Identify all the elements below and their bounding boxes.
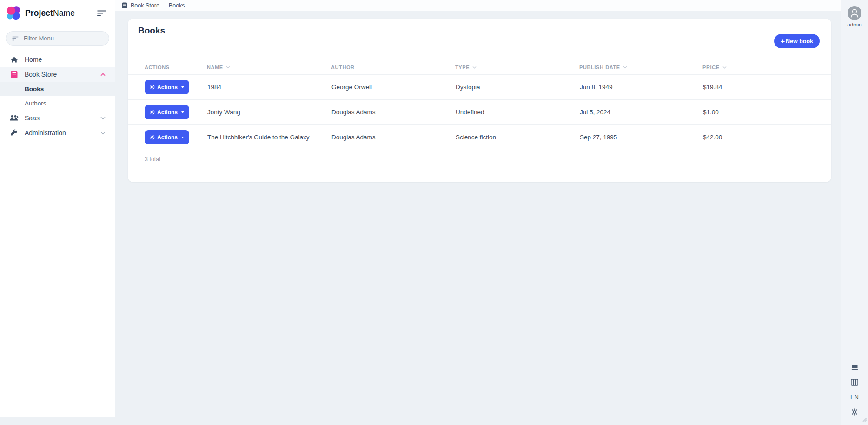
sidebar-item-administration[interactable]: Administration <box>0 125 115 140</box>
gear-icon <box>150 110 155 115</box>
new-book-button[interactable]: + New book <box>774 34 820 48</box>
cell-publish-date: Jul 5, 2024 <box>579 100 702 125</box>
user-menu[interactable]: admin <box>841 6 868 27</box>
resize-grip[interactable] <box>862 416 867 424</box>
gear-icon <box>150 135 155 140</box>
col-header-label: ACTIONS <box>145 65 170 70</box>
filter-menu-input[interactable] <box>23 34 103 42</box>
cell-name: The Hitchhiker's Guide to the Galaxy <box>207 125 331 150</box>
col-header-label: PUBLISH DATE <box>579 65 620 70</box>
sidebar-item-book-store[interactable]: Book Store <box>0 67 115 82</box>
actions-label: Actions <box>157 84 178 91</box>
actions-label: Actions <box>157 134 178 141</box>
table-row: Actions 1984 George Orwell Dystopia Jun … <box>128 75 831 100</box>
cell-actions: Actions <box>128 75 207 100</box>
sidebar-item-label: Authors <box>25 100 46 107</box>
laptop-icon <box>851 364 859 371</box>
chevron-up-icon <box>100 73 106 76</box>
app-root: Book Store Books admin <box>0 0 868 425</box>
gear-icon <box>851 408 858 416</box>
sort-caret-icon <box>226 64 230 70</box>
breadcrumb-item-books[interactable]: Books <box>169 2 185 9</box>
cell-actions: Actions <box>128 125 207 150</box>
layout-button[interactable] <box>851 378 858 386</box>
caret-down-icon <box>181 137 184 138</box>
cell-author: Douglas Adams <box>331 125 455 150</box>
sidebar-item-authors[interactable]: Authors <box>0 96 115 111</box>
app-title-bold: Project <box>25 8 53 18</box>
sidebar-item-books[interactable]: Books <box>0 82 115 96</box>
align-left-icon <box>97 10 106 16</box>
cell-type: Dystopia <box>455 75 579 100</box>
book-icon <box>122 2 127 8</box>
caret-down-icon <box>181 86 184 88</box>
settings-button[interactable] <box>851 408 858 416</box>
sort-caret-icon <box>472 64 477 70</box>
actions-label: Actions <box>157 109 178 116</box>
cell-publish-date: Jun 8, 1949 <box>579 75 702 100</box>
language-button[interactable]: EN <box>850 393 858 401</box>
avatar <box>848 6 861 20</box>
col-header-label: NAME <box>207 65 223 70</box>
cell-type: Science fiction <box>455 125 579 150</box>
sidebar: ProjectName Home <box>0 0 115 417</box>
table-row: Actions The Hitchhiker's Guide to the Ga… <box>128 125 831 150</box>
cell-type: Undefined <box>455 100 579 125</box>
col-header-author: AUTHOR <box>331 61 455 75</box>
breadcrumb-item-book-store[interactable]: Book Store <box>122 2 159 9</box>
breadcrumb-label: Book Store <box>131 2 159 9</box>
new-book-label: New book <box>786 38 813 45</box>
gear-icon <box>150 85 155 90</box>
plus-icon: + <box>781 38 785 45</box>
users-icon <box>9 115 19 121</box>
sidebar-item-label: Books <box>25 85 44 92</box>
table-row: Actions Jonty Wang Douglas Adams Undefin… <box>128 100 831 125</box>
user-name: admin <box>847 22 861 27</box>
right-rail: admin EN <box>841 0 868 425</box>
logo-row: ProjectName <box>0 0 115 26</box>
cell-actions: Actions <box>128 100 207 125</box>
sidebar-nav: Home Book Store Books Authors <box>0 52 115 140</box>
app-title: ProjectName <box>25 8 75 18</box>
row-actions-button[interactable]: Actions <box>145 80 189 94</box>
page-title: Books <box>138 26 165 36</box>
sort-caret-icon <box>722 64 727 70</box>
cell-price: $1.00 <box>702 100 831 125</box>
sidebar-item-label: Saas <box>25 114 40 122</box>
caret-down-icon <box>181 111 184 113</box>
sidebar-item-label: Administration <box>25 129 66 137</box>
col-header-type[interactable]: TYPE <box>455 61 579 75</box>
cell-name: 1984 <box>207 75 331 100</box>
sidebar-collapse-button[interactable] <box>96 9 107 17</box>
cell-price: $42.00 <box>702 125 831 150</box>
sidebar-item-label: Home <box>25 56 42 63</box>
row-actions-button[interactable]: Actions <box>145 105 189 119</box>
chevron-down-icon <box>100 131 106 135</box>
fullscreen-button[interactable] <box>851 363 859 371</box>
books-table-body: Actions 1984 George Orwell Dystopia Jun … <box>128 75 831 150</box>
breadcrumb-label: Books <box>169 2 185 9</box>
sidebar-item-home[interactable]: Home <box>0 52 115 67</box>
app-logo <box>6 5 21 21</box>
col-header-label: TYPE <box>455 65 470 70</box>
table-header-row: ACTIONS NAME AUTHOR TYPE PUBLISH DATE PR… <box>128 61 831 75</box>
columns-icon <box>851 379 858 386</box>
row-actions-button[interactable]: Actions <box>145 130 189 144</box>
cell-author: George Orwell <box>331 75 455 100</box>
home-icon <box>9 56 19 63</box>
chevron-down-icon <box>100 117 106 120</box>
sidebar-item-label: Book Store <box>25 71 57 78</box>
books-table: ACTIONS NAME AUTHOR TYPE PUBLISH DATE PR… <box>128 61 831 163</box>
col-header-label: PRICE <box>702 65 720 70</box>
col-header-publish-date[interactable]: PUBLISH DATE <box>579 61 702 75</box>
wrench-icon <box>9 129 19 137</box>
col-header-price[interactable]: PRICE <box>702 61 831 75</box>
col-header-name[interactable]: NAME <box>207 61 331 75</box>
col-header-label: AUTHOR <box>331 65 355 70</box>
col-header-actions: ACTIONS <box>128 61 207 75</box>
filter-icon <box>12 36 19 41</box>
sidebar-item-saas[interactable]: Saas <box>0 111 115 125</box>
cell-name: Jonty Wang <box>207 100 331 125</box>
book-icon <box>9 71 19 78</box>
sort-caret-icon <box>623 64 627 70</box>
